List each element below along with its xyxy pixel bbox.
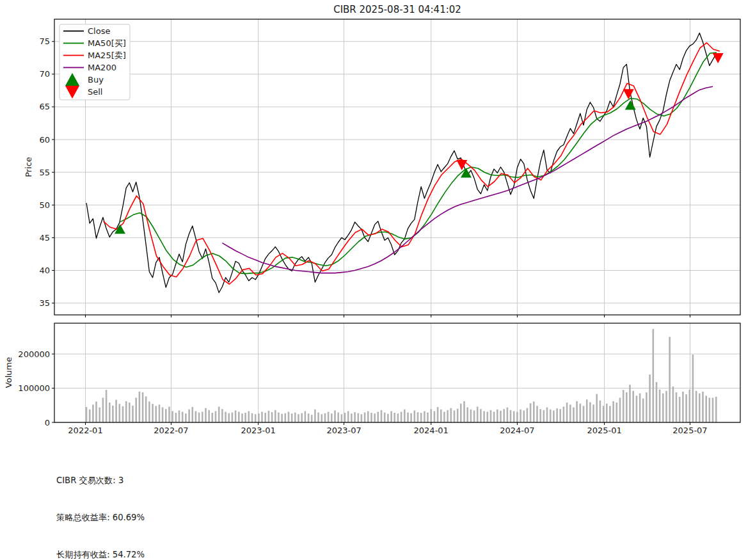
volume-bar: [168, 406, 170, 422]
volume-bar: [351, 413, 353, 422]
volume-bar: [109, 403, 111, 422]
volume-bar: [523, 410, 525, 422]
volume-bar: [86, 407, 88, 422]
volume-bar: [427, 413, 429, 423]
volume-bar: [122, 406, 124, 422]
volume-bar: [188, 410, 190, 422]
strategy-return-line: 策略总收益率: 60.69%: [56, 511, 369, 524]
volume-bar: [364, 413, 366, 423]
x-tick-label: 2023-01: [241, 426, 275, 435]
ma25-line: [104, 43, 720, 284]
volume-bar: [175, 413, 177, 422]
volume-bar: [410, 413, 412, 422]
volume-bars: [86, 329, 717, 422]
volume-bar: [662, 394, 664, 422]
volume-bar: [294, 413, 296, 423]
volume-bar: [669, 337, 671, 422]
volume-bar: [370, 413, 372, 422]
volume-bar: [616, 403, 618, 422]
price-tick-label: 65: [39, 102, 50, 111]
volume-bar: [536, 406, 538, 422]
volume-bar: [556, 408, 558, 422]
ma50-line: [120, 52, 717, 274]
volume-bar: [639, 394, 641, 422]
volume-bar: [238, 412, 240, 422]
volume-bar: [218, 406, 220, 422]
price-tick-label: 45: [39, 233, 50, 243]
volume-bar: [642, 399, 644, 422]
volume-bar: [503, 409, 505, 422]
volume-bar: [480, 409, 482, 422]
volume-bar: [656, 382, 658, 422]
volume-bar: [125, 401, 127, 422]
figure: { "summary": { "lines": { "0": "CIBR 交易次…: [0, 0, 755, 560]
volume-bar: [148, 401, 150, 422]
volume-bar: [457, 409, 459, 422]
volume-bar: [600, 401, 601, 422]
volume-bar: [497, 410, 498, 422]
volume-bar: [447, 410, 449, 422]
volume-bar: [580, 404, 582, 422]
volume-bar: [569, 404, 571, 422]
volume-bar: [632, 391, 634, 422]
volume-bar: [129, 403, 131, 422]
volume-bar: [159, 404, 161, 422]
volume-bar: [221, 409, 223, 422]
volume-bar: [212, 413, 214, 422]
volume-bar: [430, 409, 432, 422]
volume-bar: [393, 413, 395, 422]
volume-bar: [337, 413, 339, 423]
sell-marker: [623, 89, 634, 99]
volume-bar: [106, 390, 107, 422]
volume-bar: [397, 413, 399, 422]
price-axis-label: Price: [24, 157, 33, 177]
trade-count-line: CIBR 交易次数: 3: [56, 474, 369, 486]
legend-label: Buy: [88, 75, 104, 84]
volume-bar: [165, 409, 167, 422]
volume-bar: [507, 408, 509, 423]
volume-bar: [527, 408, 528, 422]
buy-marker: [461, 168, 472, 178]
volume-bar: [92, 404, 94, 422]
volume-bar: [493, 412, 495, 422]
volume-bar: [454, 410, 456, 422]
volume-bar: [414, 410, 416, 422]
volume-bar: [437, 407, 439, 422]
volume-bar: [261, 412, 263, 422]
volume-bar: [606, 404, 608, 422]
volume-bar: [235, 410, 237, 422]
volume-bar: [225, 412, 226, 422]
x-tick-label: 2024-07: [500, 426, 534, 435]
volume-bar: [510, 410, 512, 422]
volume-bar: [185, 413, 187, 422]
price-tick-label: 50: [39, 200, 50, 210]
volume-bar: [566, 403, 568, 422]
x-tick-label: 2025-01: [587, 426, 621, 435]
volume-tick-label: 200000: [18, 349, 50, 359]
volume-bar: [241, 413, 243, 422]
legend-label: Sell: [88, 87, 102, 97]
volume-bar: [434, 411, 436, 422]
volume-bar: [490, 410, 492, 422]
volume-bar: [715, 397, 717, 422]
volume-bar: [358, 413, 360, 422]
volume-bar: [244, 413, 246, 422]
volume-bar: [324, 413, 326, 422]
legend-label: Close: [88, 26, 110, 36]
volume-bar: [530, 403, 532, 422]
volume-bar: [198, 413, 200, 423]
volume-bar: [559, 409, 561, 422]
volume-bar: [689, 390, 691, 422]
volume-bar: [473, 410, 475, 422]
volume-bar: [321, 414, 323, 422]
volume-bar: [278, 413, 280, 423]
volume-bar: [215, 411, 217, 422]
volume-bar: [331, 413, 333, 422]
volume-bar: [115, 400, 117, 422]
volume-bar: [305, 411, 306, 422]
chart-title: CIBR 2025-08-31 04:41:02: [333, 4, 461, 15]
volume-bar: [679, 397, 681, 422]
volume-bar: [142, 392, 144, 422]
volume-bar: [232, 413, 234, 423]
gridlines: [54, 19, 740, 422]
